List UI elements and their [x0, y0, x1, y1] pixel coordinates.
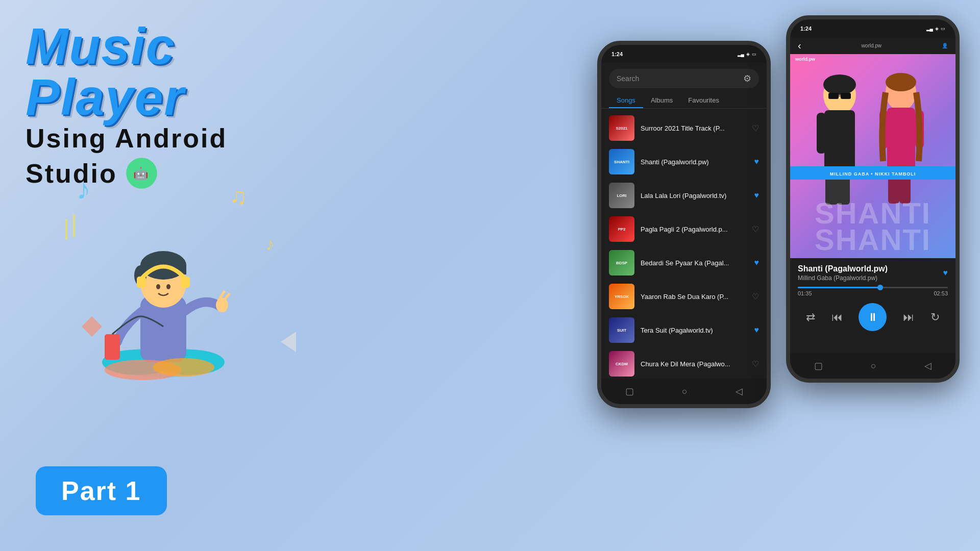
phone1-status-bar: 1:24 ▂▄ ◈ ▭: [601, 47, 767, 60]
thumb-text: YRSDK: [609, 284, 634, 309]
song-info: Lala Lala Lori (Pagalworld.tv): [641, 192, 748, 199]
svg-point-18: [156, 284, 160, 289]
settings-icon[interactable]: ⚙: [743, 73, 751, 84]
song-thumb-2: SHANTI: [609, 149, 634, 174]
song-thumb-7: SUIT: [609, 317, 634, 343]
song-item[interactable]: YRSDK Yaaron Rab Se Dua Karo (P... ♡: [601, 280, 767, 313]
site-label: world.pw: [862, 43, 881, 48]
nav-triangle-icon[interactable]: ◁: [924, 360, 932, 371]
song-name: Shanti (Pagalworld.pw): [641, 158, 748, 166]
player-buttons: ⇄ ⏮ ⏸ ⏭ ↻: [798, 299, 948, 335]
thumb-text: SUIT: [609, 317, 634, 343]
thumb-text: BDSP: [609, 250, 634, 276]
total-time: 02:53: [934, 290, 948, 296]
player-controls: Shanti (Pagalworld.pw) Millind Gaba (Pag…: [790, 258, 955, 339]
now-playing-header: Shanti (Pagalworld.pw) Millind Gaba (Pag…: [798, 264, 948, 282]
svg-point-23: [216, 298, 228, 312]
thumb-text: LORI: [609, 183, 634, 208]
now-playing-heart[interactable]: ♥: [943, 268, 948, 278]
svg-marker-7: [281, 332, 296, 352]
tab-favourites[interactable]: Favourites: [680, 92, 727, 108]
shanti-text: SHANTISHANTI: [790, 200, 955, 253]
heart-icon-filled[interactable]: ♥: [754, 325, 760, 335]
phone2-status-bar: 1:24 ▂▄ ◈ ▭: [790, 22, 955, 35]
battery-icon: ▭: [752, 52, 756, 57]
song-name: Lala Lala Lori (Pagalworld.tv): [641, 192, 748, 199]
song-item[interactable]: BDSP Bedardi Se Pyaar Ka (Pagal... ♥: [601, 246, 767, 280]
song-item[interactable]: SUIT Tera Suit (Pagalworld.tv) ♥: [601, 313, 767, 347]
search-placeholder: Search: [617, 74, 743, 83]
song-thumb-3: LORI: [609, 183, 634, 208]
next-button[interactable]: ⏭: [903, 311, 914, 324]
pause-button[interactable]: ⏸: [859, 303, 887, 331]
song-info: Bedardi Se Pyaar Ka (Pagal...: [641, 259, 748, 267]
world-pw-label: world.pw: [795, 57, 815, 62]
progress-thumb: [877, 285, 883, 290]
nav-square-icon[interactable]: ▢: [814, 360, 823, 371]
svg-point-43: [886, 73, 916, 91]
thumb-text: S2021: [609, 115, 634, 141]
song-info: Pagla Pagli 2 (Pagalworld.p...: [641, 226, 746, 233]
heart-icon[interactable]: ♡: [752, 224, 759, 234]
thumb-text: CKDM: [609, 351, 634, 377]
song-item[interactable]: S2021 Surroor 2021 Title Track (P... ♡: [601, 111, 767, 145]
heart-icon-filled[interactable]: ♥: [754, 258, 760, 267]
wifi-icon: ◈: [746, 52, 750, 57]
prev-button[interactable]: ⏮: [831, 311, 843, 324]
tab-albums[interactable]: Albums: [643, 92, 680, 108]
heart-icon-filled[interactable]: ♥: [754, 157, 760, 166]
song-name: Pagla Pagli 2 (Pagalworld.p...: [641, 226, 746, 233]
phone2-status-icons: ▂▄ ◈ ▭: [926, 26, 945, 31]
progress-container[interactable]: 01:35 02:53: [798, 287, 948, 296]
tab-songs[interactable]: Songs: [609, 92, 643, 108]
phone1-content: Search ⚙ Songs Albums Favourites S2021 S…: [601, 63, 767, 379]
heart-icon[interactable]: ♡: [752, 359, 759, 369]
song-item[interactable]: CKDM Chura Ke Dil Mera (Pagalwo... ♡: [601, 347, 767, 379]
title-music-player: Music Player: [26, 20, 316, 122]
heart-icon[interactable]: ♡: [752, 123, 759, 133]
now-playing-artist: Millind Gaba (Pagalworld.pw): [798, 274, 888, 282]
battery-icon: ▭: [941, 26, 945, 31]
song-info: Chura Ke Dil Mera (Pagalwo...: [641, 360, 746, 368]
song-thumb-4: PP2: [609, 216, 634, 242]
svg-rect-34: [828, 93, 839, 99]
svg-text:♪: ♪: [265, 234, 275, 254]
nav-circle-icon[interactable]: ○: [682, 386, 688, 397]
now-playing-title: Shanti (Pagalworld.pw): [798, 264, 888, 273]
svg-rect-20: [105, 334, 120, 360]
song-item[interactable]: SHANTI Shanti (Pagalworld.pw) ♥: [601, 145, 767, 179]
song-info: Tera Suit (Pagalworld.tv): [641, 327, 748, 334]
tabs-bar: Songs Albums Favourites: [601, 92, 767, 109]
shanti-overlay: SHANTISHANTI: [790, 200, 955, 253]
svg-rect-17: [181, 277, 190, 288]
header-right: 👤: [942, 43, 948, 48]
song-item[interactable]: LORI Lala Lala Lori (Pagalworld.tv) ♥: [601, 179, 767, 212]
nav-square-icon[interactable]: ▢: [625, 386, 634, 397]
song-name: Chura Ke Dil Mera (Pagalwo...: [641, 360, 746, 368]
svg-rect-35: [841, 93, 851, 99]
title-music: Music Player: [26, 20, 316, 122]
repeat-button[interactable]: ↻: [930, 311, 940, 324]
shuffle-button[interactable]: ⇄: [806, 311, 815, 324]
svg-point-33: [823, 74, 856, 95]
heart-icon[interactable]: ♡: [752, 292, 759, 302]
phone2: 1:24 ▂▄ ◈ ▭ ‹ world.pw 👤: [786, 15, 960, 383]
song-info: Surroor 2021 Title Track (P...: [641, 124, 746, 132]
progress-times: 01:35 02:53: [798, 290, 948, 296]
search-bar[interactable]: Search ⚙: [609, 69, 759, 88]
nav-circle-icon[interactable]: ○: [871, 361, 876, 371]
songs-list: S2021 Surroor 2021 Title Track (P... ♡ S…: [601, 111, 767, 379]
nav-triangle-icon[interactable]: ◁: [736, 386, 743, 397]
heart-icon-filled[interactable]: ♥: [754, 191, 760, 200]
phone1-status-icons: ▂▄ ◈ ▭: [738, 52, 756, 57]
svg-rect-30: [846, 113, 855, 154]
song-item[interactable]: PP2 Pagla Pagli 2 (Pagalworld.p... ♡: [601, 212, 767, 246]
phone2-content: ‹ world.pw 👤: [790, 37, 955, 353]
phone1: 1:24 ▂▄ ◈ ▭ Search ⚙ Songs Albums Favour…: [597, 41, 771, 408]
phone2-time: 1:24: [800, 26, 812, 32]
back-icon[interactable]: ‹: [798, 40, 801, 52]
svg-point-19: [166, 284, 170, 289]
svg-point-25: [153, 358, 214, 377]
song-thumb-8: CKDM: [609, 351, 634, 377]
song-info: Shanti (Pagalworld.pw): [641, 158, 748, 166]
